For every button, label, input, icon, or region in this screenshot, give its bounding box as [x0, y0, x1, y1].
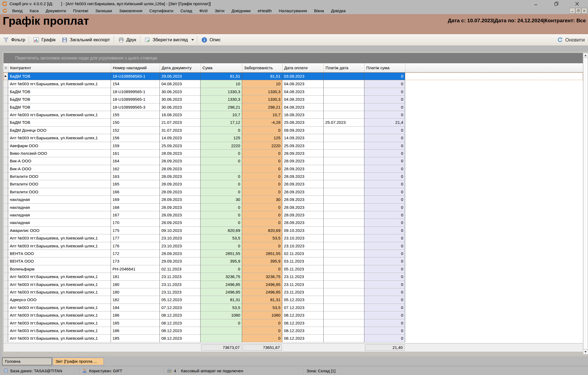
- cell-col0[interactable]: ВЕНТА ООО: [8, 257, 111, 265]
- table-row[interactable]: ВолиньфармРН-204664102.11.20230005.11.20…: [4, 265, 583, 273]
- cell-col1[interactable]: 176: [111, 242, 160, 250]
- cell-col6[interactable]: [324, 88, 364, 96]
- cell-col5[interactable]: 05.12.2023: [282, 296, 324, 304]
- cell-col1[interactable]: 161: [111, 150, 160, 157]
- cell-col2[interactable]: 28.09.2023: [160, 196, 201, 203]
- cell-col4[interactable]: 2496,85: [242, 288, 282, 296]
- cell-col1[interactable]: 182: [111, 296, 160, 304]
- cell-col5[interactable]: 28.09.2023: [282, 173, 324, 180]
- cell-col5[interactable]: 03.11.2023: [282, 257, 324, 265]
- cell-col4[interactable]: 1080: [242, 311, 282, 319]
- cell-col5[interactable]: 09.09.2023: [282, 127, 324, 134]
- cell-col7[interactable]: 0: [364, 242, 405, 250]
- cell-col7[interactable]: 0: [364, 111, 405, 119]
- close-button[interactable]: [572, 1, 583, 7]
- table-row[interactable]: БаДМ ТОВ18-U108999565-330.06.2023298,212…: [4, 103, 583, 111]
- table-row[interactable]: Апт №003 пгт.Барышевка, ул.Киевский шлях…: [4, 304, 583, 311]
- cell-col1[interactable]: 184: [111, 304, 160, 311]
- cell-col1[interactable]: 175: [111, 227, 160, 234]
- cell-col5[interactable]: 07.12.2023: [282, 304, 324, 311]
- column-chooser-icon[interactable]: [4, 63, 8, 72]
- cell-col6[interactable]: [324, 335, 364, 342]
- cell-col1[interactable]: 172: [111, 250, 160, 257]
- menu-item-9[interactable]: Звіти: [211, 7, 228, 14]
- cell-col5[interactable]: 16.08.2023: [282, 111, 324, 119]
- cell-col4[interactable]: 0: [242, 150, 282, 157]
- cell-col7[interactable]: 0: [364, 234, 405, 242]
- cell-col2[interactable]: 05.12.2023: [160, 296, 201, 304]
- cell-col0[interactable]: ВЕНТА ООО: [8, 250, 111, 257]
- restore-button[interactable]: [551, 1, 562, 7]
- cell-col7[interactable]: 0: [364, 250, 405, 257]
- cell-col6[interactable]: [324, 288, 364, 296]
- cell-col3[interactable]: 1330,3: [201, 88, 242, 96]
- cell-col0[interactable]: Апт №003 пгт.Барышевка, ул.Киевский шлях…: [8, 281, 111, 288]
- cell-col6[interactable]: [324, 273, 364, 281]
- cell-col6[interactable]: [324, 227, 364, 234]
- cell-col7[interactable]: 0: [364, 204, 405, 211]
- cell-col2[interactable]: 29.06.2023: [160, 73, 201, 80]
- cell-col1[interactable]: 169: [111, 196, 160, 203]
- cell-col7[interactable]: 0: [364, 219, 405, 226]
- vertical-scrollbar[interactable]: [583, 53, 588, 354]
- cell-col6[interactable]: [324, 234, 364, 242]
- cell-col1[interactable]: 168: [111, 204, 160, 211]
- cell-col7[interactable]: 0: [364, 311, 405, 319]
- table-row[interactable]: БаДМ ТОВ18-U108999565-130.06.20231330,31…: [4, 96, 583, 103]
- cell-col7[interactable]: 0: [364, 80, 405, 88]
- table-row[interactable]: накладная17028.09.20230028.09.20230: [4, 219, 583, 226]
- cell-col5[interactable]: 28.09.2023: [282, 204, 324, 211]
- scroll-down-button[interactable]: [583, 349, 588, 354]
- cell-col2[interactable]: 28.09.2023: [160, 157, 201, 165]
- cell-col6[interactable]: [324, 165, 364, 173]
- table-row[interactable]: Апт №003 пгт.Барышевка, ул.Киевский шлях…: [4, 134, 583, 142]
- menu-item-13[interactable]: Вікна: [311, 7, 328, 14]
- cell-col5[interactable]: 23.10.2023: [282, 234, 324, 242]
- cell-col0[interactable]: Виталити ООО: [8, 173, 111, 180]
- cell-col7[interactable]: 0: [364, 96, 405, 103]
- cell-col0[interactable]: Апт №003 пгт.Барышевка, ул.Киевский шлях…: [8, 304, 111, 311]
- cell-col5[interactable]: 08.12.2023: [282, 335, 324, 342]
- cell-col7[interactable]: 0: [364, 73, 405, 80]
- cell-col0[interactable]: Апт №003 пгт.Барышевка, ул.Киевский шлях…: [8, 111, 111, 119]
- cell-col5[interactable]: 08.12.2023: [282, 319, 324, 327]
- scroll-up-button[interactable]: [583, 53, 588, 58]
- column-header-6[interactable]: Платіж дата: [324, 63, 365, 72]
- cell-col1[interactable]: 185: [111, 319, 160, 327]
- cell-col6[interactable]: [324, 265, 364, 273]
- cell-col5[interactable]: 14.09.2023: [282, 134, 324, 142]
- cell-col4[interactable]: 0: [242, 173, 282, 180]
- cell-col7[interactable]: 0: [364, 319, 405, 327]
- cell-col0[interactable]: Апт №003 пгт.Барышевка, ул.Киевский шлях…: [8, 288, 111, 296]
- cell-col5[interactable]: 23.11.2023: [282, 288, 324, 296]
- cell-col3[interactable]: [201, 335, 242, 342]
- cell-col7[interactable]: 0: [364, 150, 405, 157]
- cell-col0[interactable]: БаДМ ТОВ: [8, 73, 111, 80]
- cell-col5[interactable]: 08.12.2023: [282, 327, 324, 335]
- cell-col3[interactable]: 0: [201, 204, 242, 211]
- minimize-button[interactable]: [530, 1, 541, 7]
- cell-col3[interactable]: 30: [201, 196, 242, 203]
- cell-col2[interactable]: 23.11.2023: [160, 273, 201, 281]
- cell-col5[interactable]: 23.11.2023: [282, 273, 324, 281]
- cell-col2[interactable]: 28.09.2023: [160, 211, 201, 219]
- cell-col6[interactable]: [324, 134, 364, 142]
- cell-col3[interactable]: 2496,85: [201, 288, 242, 296]
- cell-col3[interactable]: 820,69: [201, 227, 242, 234]
- table-row[interactable]: БаДМ ТОВ15021.07.202317,12-4,2825.08.202…: [4, 119, 583, 126]
- cell-col2[interactable]: 23.11.2023: [160, 281, 201, 288]
- cell-col4[interactable]: 0: [242, 335, 282, 342]
- cell-col3[interactable]: 10,7: [201, 111, 242, 119]
- cell-col3[interactable]: [201, 327, 242, 335]
- cell-col0[interactable]: БаДМ ТОВ: [8, 103, 111, 111]
- cell-col7[interactable]: 0: [364, 304, 405, 311]
- table-row[interactable]: Авефарм ООО15925.09.20232220222025.09.20…: [4, 142, 583, 150]
- cell-col1[interactable]: РН-2046641: [111, 265, 160, 273]
- cell-col6[interactable]: [324, 173, 364, 180]
- cell-col2[interactable]: 28.09.2023: [160, 180, 201, 188]
- cell-col1[interactable]: 166: [111, 188, 160, 196]
- cell-col3[interactable]: 53,5: [201, 234, 242, 242]
- table-row[interactable]: Апт №003 пгт.Барышевка, ул.Киевский шлях…: [4, 311, 583, 319]
- cell-col2[interactable]: 30.06.2023: [160, 103, 201, 111]
- cell-col6[interactable]: [324, 80, 364, 88]
